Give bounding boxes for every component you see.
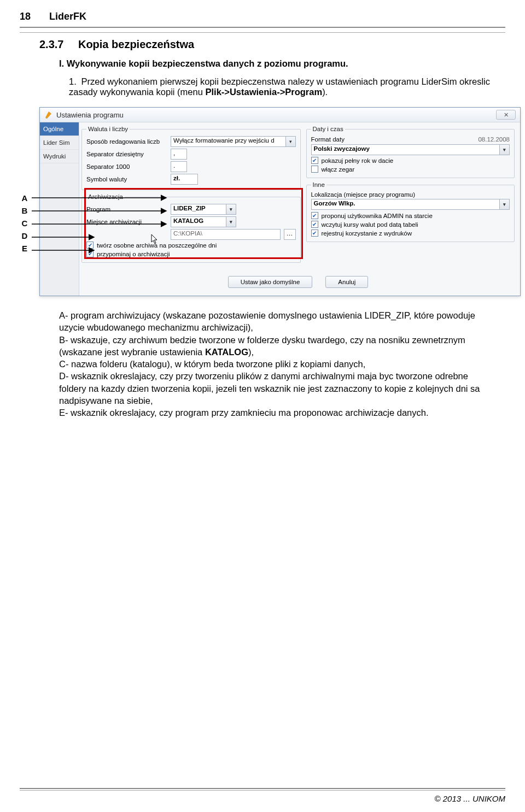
cancel-button[interactable]: Anuluj [325, 276, 368, 288]
checkbox-kursy[interactable]: ✔ [311, 221, 318, 228]
chevron-down-icon: ▾ [499, 199, 509, 209]
window-titlebar: Ustawienia programu ✕ [40, 108, 520, 122]
group-waluta: Waluta i liczby Sposób redagowania liczb… [81, 126, 301, 190]
callout-B: B [19, 206, 31, 215]
input-sep-dz[interactable]: , [171, 149, 187, 160]
set-default-button[interactable]: Ustaw jako domyślne [228, 276, 313, 288]
legend-B-pre: B- wskazuje, czy archiwum bedzie tworzon… [59, 335, 465, 357]
group-inne: Inne Lokalizacja (miejsce pracy programu… [306, 181, 515, 242]
value-format-daty: 08.12.2008 [478, 136, 510, 143]
chevron-down-icon: ▾ [499, 145, 509, 155]
legend-C: C- nazwa folderu (katalogu), w którym be… [59, 358, 486, 370]
legend-B-bold: KATALOG [205, 347, 248, 357]
header-rule-2 [20, 32, 505, 33]
window-title: Ustawienia programu [56, 111, 496, 119]
legend-D: D- wskaznik okreslajacy, czy przy tworze… [59, 370, 486, 407]
legend-E: E- wskaznik okreslajacy, czy program prz… [59, 407, 486, 419]
step-1-bold: Plik->Ustawienia->Program [205, 87, 322, 97]
select-format-daty-value: Polski zwyczajowy [314, 145, 370, 152]
checkbox-kursy-label: wczytuj kursy walut pod datą tabeli [322, 221, 418, 228]
close-button[interactable]: ✕ [496, 110, 516, 120]
legend-B-post: ), [248, 347, 254, 357]
checkbox-pelny-rok[interactable]: ✔ [311, 157, 318, 164]
page-header: 18 LiderFK [20, 11, 505, 25]
legend-archiwizacja: Archiwizacja [86, 193, 125, 200]
group-daty: Daty i czas Format daty 08.12.2008 Polsk… [306, 126, 515, 178]
step-1-text-b: ). [322, 87, 328, 97]
callout-D: D [19, 231, 31, 240]
screenshot-window: A B C D E Ustawienia programu ✕ Ogólne L… [39, 107, 521, 296]
browse-button[interactable]: … [284, 229, 296, 240]
tab-lidersim[interactable]: Lider Sim [40, 136, 79, 150]
page-footer: © 2013 ... UNIKOM [20, 788, 505, 803]
label-program: Program [86, 206, 167, 213]
checkbox-rejestr-label: rejestruj korzystanie z wydruków [322, 230, 412, 237]
legend-waluta: Waluta i liczby [86, 126, 130, 132]
section-title: Kopia bezpieczeństwa [78, 38, 194, 50]
mouse-cursor-icon [151, 234, 159, 245]
legend-inne: Inne [311, 181, 326, 188]
select-lokalizacja[interactable]: Gorzów Wlkp. ▾ [311, 199, 510, 210]
legend-daty: Daty i czas [311, 126, 345, 132]
checkbox-przypominaj-label: przypominaj o archiwizacji [97, 251, 170, 257]
label-format-daty: Format daty [311, 136, 475, 143]
tab-ogolne[interactable]: Ogólne [40, 122, 79, 136]
legend-A: A- program archiwizujacy (wskazane pozos… [59, 309, 486, 334]
checkbox-pelny-rok-label: pokazuj pełny rok w dacie [322, 157, 394, 164]
callout-E: E [19, 244, 31, 253]
label-miejsce: Miejsce archiwizacji [86, 219, 167, 225]
legend-B: B- wskazuje, czy archiwum bedzie tworzon… [59, 334, 486, 358]
footer-text: © 2013 ... UNIKOM [20, 794, 505, 803]
checkbox-zegar[interactable] [311, 166, 318, 173]
group-archiwizacja: Archiwizacja Program LIDER_ZIP ▾ Mi [81, 193, 301, 263]
input-sep-1000[interactable]: . [171, 161, 187, 172]
checkbox-rejestr[interactable]: ✔ [311, 230, 318, 237]
checkbox-zegar-label: włącz zegar [322, 166, 355, 173]
checkbox-admin-label: proponuj użytkownika ADMIN na starcie [322, 213, 433, 219]
checkbox-przypominaj[interactable]: ✔ [86, 250, 94, 257]
chevron-down-icon: ▾ [226, 217, 236, 227]
side-tabs: Ogólne Lider Sim Wydruki [40, 122, 79, 296]
select-sposob[interactable]: Wyłącz formatowanie przy wejściu d ▾ [171, 136, 296, 147]
select-program-value: LIDER_ZIP [173, 205, 206, 211]
checkbox-admin[interactable]: ✔ [311, 212, 318, 219]
chevron-down-icon: ▾ [226, 204, 236, 214]
label-lokalizacja: Lokalizacja (miejsce pracy programu) [311, 191, 510, 198]
legend-block: A- program archiwizujacy (wskazane pozos… [59, 309, 486, 419]
select-sposob-value: Wyłącz formatowanie przy wejściu d [173, 137, 275, 144]
select-format-daty[interactable]: Polski zwyczajowy ▾ [311, 144, 510, 155]
tab-wydruki[interactable]: Wydruki [40, 150, 79, 163]
doc-title: LiderFK [49, 11, 86, 22]
callout-A: A [19, 193, 31, 203]
settings-icon [44, 110, 53, 119]
header-rule-1 [20, 27, 505, 28]
label-sposob: Sposób redagowania liczb [86, 138, 167, 145]
callout-C: C [19, 219, 31, 228]
label-symbol: Symbol waluty [86, 176, 167, 183]
section-heading: 2.3.7 Kopia bezpieczeństwa [39, 38, 505, 51]
select-miejsce[interactable]: KATALOG ▾ [171, 216, 236, 227]
section-number: 2.3.7 [39, 38, 63, 51]
chevron-down-icon: ▾ [285, 137, 295, 146]
select-program[interactable]: LIDER_ZIP ▾ [171, 204, 236, 215]
checkbox-osobne[interactable]: ✔ [86, 242, 94, 249]
select-lokalizacja-value: Gorzów Wlkp. [314, 200, 355, 207]
label-sep-1000: Separator 1000 [86, 163, 167, 170]
step-1-num: 1. [69, 77, 79, 87]
label-sep-dz: Separator dziesiętny [86, 151, 167, 157]
intro-line: I. Wykonywanie kopii bezpieczenstwa dany… [59, 58, 505, 69]
input-symbol[interactable]: zł. [171, 174, 198, 185]
input-path[interactable]: C:\KOPIA\ [171, 229, 281, 240]
step-1: 1. Przed wykonaniem pierwszej kopii bezp… [69, 77, 505, 97]
page-number: 18 [20, 11, 37, 22]
callout-letters: A B C D E [19, 192, 31, 253]
select-miejsce-value: KATALOG [173, 217, 203, 224]
